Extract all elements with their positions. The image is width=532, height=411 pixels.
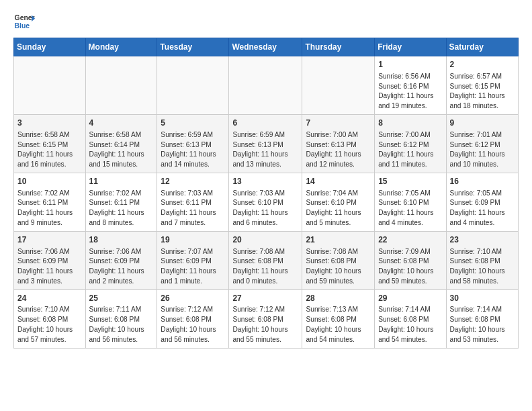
day-number: 25 xyxy=(89,293,154,304)
day-number: 5 xyxy=(161,118,225,129)
day-info: Sunrise: 7:03 AM Sunset: 6:10 PM Dayligh… xyxy=(232,189,298,228)
calendar-cell: 2Sunrise: 6:57 AM Sunset: 6:15 PM Daylig… xyxy=(446,56,518,115)
day-info: Sunrise: 7:09 AM Sunset: 6:08 PM Dayligh… xyxy=(378,247,442,287)
calendar-cell: 27Sunrise: 7:12 AM Sunset: 6:08 PM Dayli… xyxy=(229,289,302,348)
day-number: 19 xyxy=(161,234,225,246)
day-info: Sunrise: 7:11 AM Sunset: 6:08 PM Dayligh… xyxy=(89,305,154,345)
weekday-header-saturday: Saturday xyxy=(446,38,518,56)
calendar-cell: 29Sunrise: 7:14 AM Sunset: 6:08 PM Dayli… xyxy=(375,289,446,348)
logo: General Blue xyxy=(13,11,35,32)
day-number: 18 xyxy=(89,234,154,246)
calendar-cell: 19Sunrise: 7:07 AM Sunset: 6:09 PM Dayli… xyxy=(157,231,229,289)
calendar-cell: 21Sunrise: 7:08 AM Sunset: 6:08 PM Dayli… xyxy=(302,231,375,289)
day-number: 9 xyxy=(450,118,515,129)
day-number: 13 xyxy=(232,176,298,187)
day-number: 29 xyxy=(378,293,442,304)
day-info: Sunrise: 7:01 AM Sunset: 6:12 PM Dayligh… xyxy=(450,130,515,170)
day-number: 27 xyxy=(232,293,298,304)
day-info: Sunrise: 7:02 AM Sunset: 6:11 PM Dayligh… xyxy=(17,189,82,228)
calendar-cell: 30Sunrise: 7:14 AM Sunset: 6:08 PM Dayli… xyxy=(446,289,518,348)
calendar-cell: 9Sunrise: 7:01 AM Sunset: 6:12 PM Daylig… xyxy=(446,114,518,173)
weekday-header-sunday: Sunday xyxy=(14,38,86,56)
day-info: Sunrise: 7:05 AM Sunset: 6:09 PM Dayligh… xyxy=(450,189,515,228)
day-info: Sunrise: 6:59 AM Sunset: 6:13 PM Dayligh… xyxy=(232,130,298,170)
day-info: Sunrise: 7:00 AM Sunset: 6:12 PM Dayligh… xyxy=(378,130,442,170)
calendar-cell: 13Sunrise: 7:03 AM Sunset: 6:10 PM Dayli… xyxy=(229,173,302,231)
page: General Blue SundayMondayTuesdayWednesda… xyxy=(0,0,532,359)
day-info: Sunrise: 7:12 AM Sunset: 6:08 PM Dayligh… xyxy=(232,305,298,345)
calendar-week-row: 1Sunrise: 6:56 AM Sunset: 6:16 PM Daylig… xyxy=(14,56,519,115)
day-number: 26 xyxy=(161,293,225,304)
day-info: Sunrise: 7:14 AM Sunset: 6:08 PM Dayligh… xyxy=(450,305,515,345)
day-number: 30 xyxy=(450,293,515,304)
day-number: 21 xyxy=(306,234,371,246)
weekday-header-monday: Monday xyxy=(85,38,157,56)
calendar-cell: 17Sunrise: 7:06 AM Sunset: 6:09 PM Dayli… xyxy=(14,231,86,289)
calendar-cell: 26Sunrise: 7:12 AM Sunset: 6:08 PM Dayli… xyxy=(157,289,229,348)
day-number: 3 xyxy=(17,118,82,129)
day-info: Sunrise: 7:08 AM Sunset: 6:08 PM Dayligh… xyxy=(232,247,298,287)
calendar-cell: 8Sunrise: 7:00 AM Sunset: 6:12 PM Daylig… xyxy=(375,114,446,173)
day-number: 14 xyxy=(306,176,371,187)
day-info: Sunrise: 6:57 AM Sunset: 6:15 PM Dayligh… xyxy=(450,72,515,111)
day-number: 1 xyxy=(378,59,442,71)
calendar-cell xyxy=(85,56,157,115)
day-info: Sunrise: 6:56 AM Sunset: 6:16 PM Dayligh… xyxy=(378,72,442,111)
calendar-week-row: 17Sunrise: 7:06 AM Sunset: 6:09 PM Dayli… xyxy=(14,231,519,289)
calendar-week-row: 24Sunrise: 7:10 AM Sunset: 6:08 PM Dayli… xyxy=(14,289,519,348)
calendar-cell xyxy=(229,56,302,115)
day-number: 2 xyxy=(450,59,515,71)
calendar-cell: 4Sunrise: 6:58 AM Sunset: 6:14 PM Daylig… xyxy=(85,114,157,173)
calendar-cell: 7Sunrise: 7:00 AM Sunset: 6:13 PM Daylig… xyxy=(302,114,375,173)
calendar-cell: 20Sunrise: 7:08 AM Sunset: 6:08 PM Dayli… xyxy=(229,231,302,289)
calendar-cell: 5Sunrise: 6:59 AM Sunset: 6:13 PM Daylig… xyxy=(157,114,229,173)
day-number: 4 xyxy=(89,118,154,129)
calendar-cell: 24Sunrise: 7:10 AM Sunset: 6:08 PM Dayli… xyxy=(14,289,86,348)
day-number: 17 xyxy=(17,234,82,246)
day-info: Sunrise: 6:58 AM Sunset: 6:14 PM Dayligh… xyxy=(89,130,154,170)
weekday-header-tuesday: Tuesday xyxy=(157,38,229,56)
day-info: Sunrise: 7:06 AM Sunset: 6:09 PM Dayligh… xyxy=(89,247,154,287)
calendar-cell: 15Sunrise: 7:05 AM Sunset: 6:10 PM Dayli… xyxy=(375,173,446,231)
weekday-header-friday: Friday xyxy=(375,38,446,56)
day-info: Sunrise: 7:02 AM Sunset: 6:11 PM Dayligh… xyxy=(89,189,154,228)
day-number: 28 xyxy=(306,293,371,304)
header: General Blue xyxy=(13,11,519,32)
weekday-header-thursday: Thursday xyxy=(302,38,375,56)
calendar-cell: 18Sunrise: 7:06 AM Sunset: 6:09 PM Dayli… xyxy=(85,231,157,289)
calendar-cell xyxy=(14,56,86,115)
day-number: 7 xyxy=(306,118,371,129)
day-number: 22 xyxy=(378,234,442,246)
calendar-cell: 3Sunrise: 6:58 AM Sunset: 6:15 PM Daylig… xyxy=(14,114,86,173)
day-info: Sunrise: 7:08 AM Sunset: 6:08 PM Dayligh… xyxy=(306,247,371,287)
svg-text:Blue: Blue xyxy=(15,22,30,30)
day-info: Sunrise: 7:07 AM Sunset: 6:09 PM Dayligh… xyxy=(161,247,225,287)
weekday-header-row: SundayMondayTuesdayWednesdayThursdayFrid… xyxy=(14,38,519,56)
calendar-week-row: 3Sunrise: 6:58 AM Sunset: 6:15 PM Daylig… xyxy=(14,114,519,173)
day-info: Sunrise: 7:14 AM Sunset: 6:08 PM Dayligh… xyxy=(378,305,442,345)
calendar-cell: 10Sunrise: 7:02 AM Sunset: 6:11 PM Dayli… xyxy=(14,173,86,231)
calendar-cell xyxy=(302,56,375,115)
day-number: 6 xyxy=(232,118,298,129)
day-info: Sunrise: 7:12 AM Sunset: 6:08 PM Dayligh… xyxy=(161,305,225,345)
calendar-cell: 28Sunrise: 7:13 AM Sunset: 6:08 PM Dayli… xyxy=(302,289,375,348)
day-info: Sunrise: 7:04 AM Sunset: 6:10 PM Dayligh… xyxy=(306,189,371,228)
calendar-cell: 16Sunrise: 7:05 AM Sunset: 6:09 PM Dayli… xyxy=(446,173,518,231)
calendar-cell: 23Sunrise: 7:10 AM Sunset: 6:08 PM Dayli… xyxy=(446,231,518,289)
day-info: Sunrise: 6:58 AM Sunset: 6:15 PM Dayligh… xyxy=(17,130,82,170)
calendar-cell: 25Sunrise: 7:11 AM Sunset: 6:08 PM Dayli… xyxy=(85,289,157,348)
day-info: Sunrise: 7:06 AM Sunset: 6:09 PM Dayligh… xyxy=(17,247,82,287)
day-number: 11 xyxy=(89,176,154,187)
calendar-week-row: 10Sunrise: 7:02 AM Sunset: 6:11 PM Dayli… xyxy=(14,173,519,231)
calendar-cell xyxy=(157,56,229,115)
day-info: Sunrise: 7:05 AM Sunset: 6:10 PM Dayligh… xyxy=(378,189,442,228)
calendar-cell: 1Sunrise: 6:56 AM Sunset: 6:16 PM Daylig… xyxy=(375,56,446,115)
day-number: 12 xyxy=(161,176,225,187)
calendar-cell: 12Sunrise: 7:03 AM Sunset: 6:11 PM Dayli… xyxy=(157,173,229,231)
weekday-header-wednesday: Wednesday xyxy=(229,38,302,56)
calendar-cell: 14Sunrise: 7:04 AM Sunset: 6:10 PM Dayli… xyxy=(302,173,375,231)
day-info: Sunrise: 7:10 AM Sunset: 6:08 PM Dayligh… xyxy=(17,305,82,345)
day-number: 24 xyxy=(17,293,82,304)
calendar-cell: 6Sunrise: 6:59 AM Sunset: 6:13 PM Daylig… xyxy=(229,114,302,173)
day-number: 15 xyxy=(378,176,442,187)
